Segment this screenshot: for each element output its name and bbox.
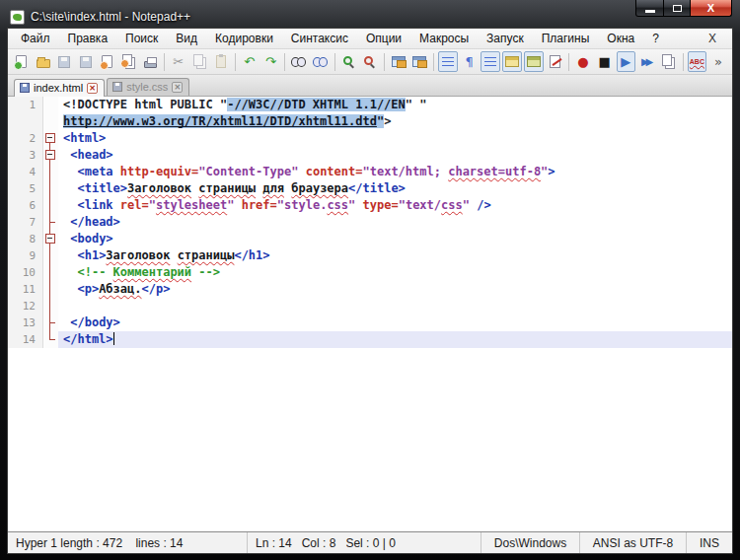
tab-index-html[interactable]: index.html✕ xyxy=(14,79,105,97)
close-document-button[interactable]: X xyxy=(697,32,728,45)
editor-row: 10 <!-- Комментарий --> xyxy=(8,264,732,281)
fold-minus-icon[interactable] xyxy=(45,133,55,143)
status-encoding[interactable]: ANSI as UTF-8 xyxy=(580,532,687,553)
fold-collapse-box[interactable] xyxy=(43,231,58,247)
spell-check-icon[interactable]: ABC xyxy=(688,51,707,72)
sync-vertical-scroll-icon[interactable] xyxy=(389,51,408,72)
open-file-icon[interactable] xyxy=(34,51,53,72)
copy-icon[interactable] xyxy=(190,51,210,72)
menu-item-8[interactable]: Запуск xyxy=(478,30,533,47)
menu-item-4[interactable]: Кодировки xyxy=(206,30,282,47)
undo-icon[interactable]: ↶ xyxy=(240,51,259,72)
redo-icon[interactable]: ↷ xyxy=(261,51,281,72)
status-doc-info: Hyper 1 length : 472 lines : 14 xyxy=(8,532,248,553)
close-icon[interactable] xyxy=(98,51,117,72)
status-bar: Hyper 1 length : 472 lines : 14 Ln : 14 … xyxy=(8,531,732,553)
status-insert-mode[interactable]: INS xyxy=(687,532,732,553)
close-button[interactable]: X xyxy=(691,0,732,17)
title-bar[interactable]: C:\site\index.html - Notepad++ X xyxy=(0,0,740,28)
fold-margin xyxy=(43,164,58,180)
menu-item-9[interactable]: Плагины xyxy=(533,30,599,47)
code-line[interactable]: <!DOCTYPE html PUBLIC "-//W3C//DTD XHTML… xyxy=(58,97,732,113)
close-all-icon[interactable] xyxy=(119,51,139,72)
menu-item-7[interactable]: Макросы xyxy=(410,30,478,47)
find-icon[interactable] xyxy=(289,51,309,72)
tab-label: index.html xyxy=(34,82,83,94)
tab-close-icon[interactable]: ✕ xyxy=(172,82,183,93)
maximize-button[interactable] xyxy=(664,0,691,17)
code-line[interactable]: <body> xyxy=(58,231,732,247)
editor-row: 1<!DOCTYPE html PUBLIC "-//W3C//DTD XHTM… xyxy=(8,97,732,113)
menu-item-11[interactable]: ? xyxy=(643,30,668,47)
code-line[interactable]: <html> xyxy=(58,130,732,147)
client-area: ФайлПравкаПоискВидКодировкиСинтаксисОпци… xyxy=(7,28,733,554)
line-number: 1 xyxy=(8,97,43,113)
menu-item-6[interactable]: Опции xyxy=(357,30,410,47)
record-macro-icon[interactable]: ● xyxy=(573,51,593,72)
status-cursor-position: Ln : 14 Col : 8 Sel : 0 | 0 xyxy=(248,532,481,553)
save-macro-icon[interactable] xyxy=(659,51,679,72)
code-line[interactable]: </html> xyxy=(58,331,732,348)
saved-file-icon xyxy=(20,83,30,93)
status-eol-format[interactable]: Dos\Windows xyxy=(481,532,580,553)
code-editor[interactable]: 1<!DOCTYPE html PUBLIC "-//W3C//DTD XHTM… xyxy=(8,97,732,531)
run-macro-multiple-icon[interactable]: ▶▶ xyxy=(637,51,657,72)
paste-icon[interactable] xyxy=(211,51,231,72)
line-number: 6 xyxy=(8,197,43,214)
cut-icon[interactable]: ✂ xyxy=(169,51,188,72)
play-macro-icon[interactable]: ▶ xyxy=(617,51,636,72)
tab-style-css[interactable]: style.css✕ xyxy=(107,78,189,96)
code-line[interactable]: <title>Заголовок страницы для браузера</… xyxy=(58,180,732,197)
fold-margin xyxy=(43,331,58,348)
fold-collapse-box[interactable] xyxy=(43,147,58,164)
code-line[interactable]: <h1>Заголовок страницы</h1> xyxy=(58,247,732,264)
menu-item-2[interactable]: Поиск xyxy=(116,30,167,47)
save-all-icon[interactable] xyxy=(76,51,96,72)
editor-row: 2<html> xyxy=(8,130,732,147)
code-line[interactable]: <link rel="stylesheet" href="style.css" … xyxy=(58,197,732,214)
fold-minus-icon[interactable] xyxy=(45,150,55,160)
save-icon[interactable] xyxy=(54,51,74,72)
tab-close-icon[interactable]: ✕ xyxy=(87,83,98,94)
zoom-out-icon[interactable] xyxy=(360,51,380,72)
function-list-icon[interactable] xyxy=(502,51,522,72)
code-line[interactable]: <head> xyxy=(58,147,732,164)
code-line[interactable]: <meta http-equiv="Content-Type" content=… xyxy=(58,164,732,180)
fold-minus-icon[interactable] xyxy=(45,234,55,244)
minimize-icon xyxy=(645,10,655,13)
menu-item-3[interactable]: Вид xyxy=(167,30,206,47)
minimize-button[interactable] xyxy=(635,0,664,17)
code-line[interactable] xyxy=(58,298,732,315)
user-defined-language-icon[interactable] xyxy=(546,51,565,72)
document-map-icon[interactable] xyxy=(524,51,544,72)
show-all-characters-icon[interactable]: ¶ xyxy=(460,51,480,72)
fold-margin xyxy=(43,247,58,264)
stop-macro-icon[interactable]: ■ xyxy=(595,51,615,72)
toolbar-overflow-icon[interactable]: » xyxy=(708,51,728,72)
fold-collapse-box[interactable] xyxy=(43,130,58,147)
code-line[interactable]: </body> xyxy=(58,315,732,331)
indent-guide-icon[interactable] xyxy=(481,51,500,72)
code-line[interactable]: <!-- Комментарий --> xyxy=(58,264,732,281)
editor-row: 4 <meta http-equiv="Content-Type" conten… xyxy=(8,164,732,180)
line-number: 2 xyxy=(8,130,43,147)
fold-margin xyxy=(43,281,58,298)
tab-label: style.css xyxy=(126,81,168,93)
sync-horizontal-scroll-icon[interactable] xyxy=(409,51,429,72)
editor-row: 11 <p>Абзац.</p> xyxy=(8,281,732,298)
menu-item-5[interactable]: Синтаксис xyxy=(282,30,357,47)
code-line[interactable]: http://www.w3.org/TR/xhtml11/DTD/xhtml11… xyxy=(58,113,732,130)
new-file-icon[interactable] xyxy=(12,51,32,72)
zoom-in-icon[interactable] xyxy=(338,51,358,72)
menu-item-10[interactable]: Окна xyxy=(598,30,643,47)
word-wrap-icon[interactable] xyxy=(438,51,458,72)
menu-item-1[interactable]: Правка xyxy=(59,30,117,47)
replace-icon[interactable] xyxy=(311,51,331,72)
code-line[interactable]: <p>Абзац.</p> xyxy=(58,281,732,298)
toolbar-separator xyxy=(568,53,569,71)
print-icon[interactable] xyxy=(140,51,160,72)
code-line[interactable]: </head> xyxy=(58,214,732,231)
line-number xyxy=(8,113,43,130)
menu-item-0[interactable]: Файл xyxy=(12,30,59,47)
editor-row: http://www.w3.org/TR/xhtml11/DTD/xhtml11… xyxy=(8,113,732,130)
